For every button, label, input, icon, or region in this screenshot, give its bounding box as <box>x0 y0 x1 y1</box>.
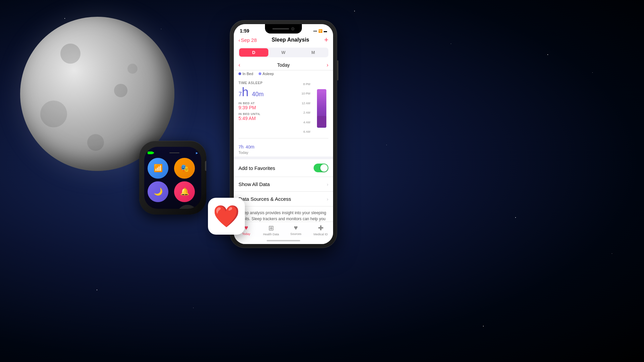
toggle-knob <box>320 164 328 172</box>
time-asleep-label: TIME ASLEEP <box>238 81 264 85</box>
star <box>483 326 484 326</box>
tab-health-data[interactable]: ⊞ Health Data <box>259 224 283 236</box>
watch-flashlight-button[interactable]: 🔦 <box>177 205 198 209</box>
medical-id-tab-label: Medical ID <box>314 233 328 236</box>
next-arrow-icon[interactable]: › <box>327 62 328 68</box>
sleep-content: TIME ASLEEP 7h 40m IN BED AT 9:39 PM IN … <box>234 78 333 222</box>
moon-crater <box>127 64 138 74</box>
sleep-chart: 8 PM 10 PM 12 AM 2 AM 4 AM 6 AM <box>302 81 328 135</box>
add-to-favorites-option[interactable]: Add to Favorites <box>234 159 333 177</box>
status-time: 1:59 <box>240 28 249 34</box>
moon-icon: 🌙 <box>154 187 163 196</box>
tab-week[interactable]: W <box>269 48 298 57</box>
summary-minutes: 40 <box>246 144 250 149</box>
tab-month[interactable]: M <box>299 48 328 57</box>
star <box>547 54 548 55</box>
data-sources-label: Data Sources & Access <box>238 196 291 202</box>
wifi-status-icon: 🛜 <box>318 29 322 33</box>
sleep-duration: 7h 40m <box>238 86 264 98</box>
watch-theater-button[interactable]: 🎭 <box>174 158 195 179</box>
star <box>193 308 194 308</box>
tab-medical-id[interactable]: ✚ Medical ID <box>308 224 333 236</box>
medical-id-tab-icon: ✚ <box>318 224 324 232</box>
legend-inbed: In Bed <box>238 72 253 76</box>
health-icon-image: ❤️ <box>208 198 245 235</box>
description-text: Sleep analysis provides insight into you… <box>234 206 333 222</box>
sleep-hours: 7 <box>238 91 242 98</box>
chart-label-2am: 2 AM <box>302 111 310 114</box>
show-all-data-right: › <box>327 182 328 187</box>
iphone-side-button[interactable] <box>337 60 338 80</box>
in-bed-until-value: 5:49 AM <box>238 116 264 121</box>
health-data-tab-label: Health Data <box>263 233 279 236</box>
prev-arrow-icon[interactable]: ‹ <box>238 62 240 68</box>
summary-row: 7h 40m Today <box>234 138 333 157</box>
watch-status-bar: ▶ <box>148 152 198 155</box>
star <box>97 290 97 290</box>
show-all-data-arrow-icon: › <box>327 182 328 187</box>
date-label: Today <box>277 62 289 68</box>
legend: In Bed Asleep <box>234 70 333 78</box>
moon-crater <box>87 134 104 151</box>
bell-icon: 🔔 <box>180 187 189 196</box>
watch-bottom-row: 100% 🔦 <box>148 205 198 209</box>
bottom-tab-bar: ♥ Today ⊞ Health Data ♥ Sources ✚ Medica… <box>234 222 333 237</box>
watch-wifi-button[interactable]: 📶 <box>148 158 168 179</box>
tab-day[interactable]: D <box>239 48 268 57</box>
inbed-label: In Bed <box>243 72 253 76</box>
inbed-dot <box>238 72 241 75</box>
star <box>64 18 65 19</box>
star <box>451 44 451 44</box>
page-title: Sleep Analysis <box>272 37 309 43</box>
iphone-camera <box>291 27 294 31</box>
status-icons: ▪▪▪ 🛜 ▬ <box>313 29 327 33</box>
add-button[interactable]: + <box>324 36 328 44</box>
legend-asleep: Asleep <box>259 72 274 76</box>
favorites-toggle[interactable] <box>314 164 328 172</box>
asleep-label: Asleep <box>263 72 274 76</box>
star <box>515 217 516 218</box>
date-nav: ‹ Today › <box>234 60 333 70</box>
health-data-tab-icon: ⊞ <box>268 224 274 232</box>
health-app: 1:59 ▪▪▪ 🛜 ▬ ‹ Sep 28 Sleep Analysis + <box>234 24 333 244</box>
data-sources-right: › <box>327 196 328 202</box>
period-tabs: D W M <box>234 48 333 60</box>
apple-watch: ▶ 📶 🎭 🌙 🔔 <box>139 141 206 221</box>
chart-time-labels: 8 PM 10 PM 12 AM 2 AM 4 AM 6 AM <box>302 81 310 135</box>
watch-bell-button[interactable]: 🔔 <box>174 181 195 202</box>
signal-icon: ▪▪▪ <box>313 29 317 33</box>
summary-duration: 7h 40m <box>238 142 328 150</box>
back-chevron-icon: ‹ <box>238 37 240 43</box>
asleep-bar <box>317 116 326 127</box>
sources-tab-label: Sources <box>290 232 301 236</box>
sources-tab-icon: ♥ <box>294 224 298 232</box>
location-icon: ▶ <box>196 152 198 155</box>
home-bar <box>267 240 300 241</box>
show-all-data-option[interactable]: Show All Data › <box>234 177 333 192</box>
star <box>161 29 161 29</box>
chart-label-10pm: 10 PM <box>302 92 310 95</box>
theater-icon: 🎭 <box>180 164 189 173</box>
section-divider <box>234 157 333 159</box>
watch-case: ▶ 📶 🎭 🌙 🔔 <box>139 141 206 215</box>
tab-sources[interactable]: ♥ Sources <box>283 224 308 236</box>
chart-bar-area <box>312 81 328 135</box>
watch-moon-button[interactable]: 🌙 <box>148 181 168 202</box>
chart-label-8pm: 8 PM <box>302 82 310 86</box>
watch-buttons-grid: 📶 🎭 🌙 🔔 <box>148 158 198 202</box>
home-indicator <box>234 237 333 244</box>
chart-label-12am: 12 AM <box>302 102 310 105</box>
star <box>354 11 355 11</box>
iphone-screen: 1:59 ▪▪▪ 🛜 ▬ ‹ Sep 28 Sleep Analysis + <box>234 24 333 244</box>
chart-label-6am: 6 AM <box>302 130 310 133</box>
asleep-dot <box>259 72 261 75</box>
in-bed-at-label: IN BED AT <box>238 102 264 105</box>
back-button[interactable]: ‹ Sep 28 <box>238 37 257 43</box>
watch-screen: ▶ 📶 🎭 🌙 🔔 <box>144 147 201 209</box>
battery-icon <box>148 152 153 154</box>
data-sources-option[interactable]: Data Sources & Access › <box>234 192 333 206</box>
health-app-icon[interactable]: ❤️ <box>208 198 245 235</box>
sleep-details: IN BED AT 9:39 PM IN BED UNTIL 5:49 AM <box>238 102 264 121</box>
add-to-favorites-label: Add to Favorites <box>238 165 275 171</box>
options-list: Add to Favorites Show All Data › <box>234 159 333 206</box>
